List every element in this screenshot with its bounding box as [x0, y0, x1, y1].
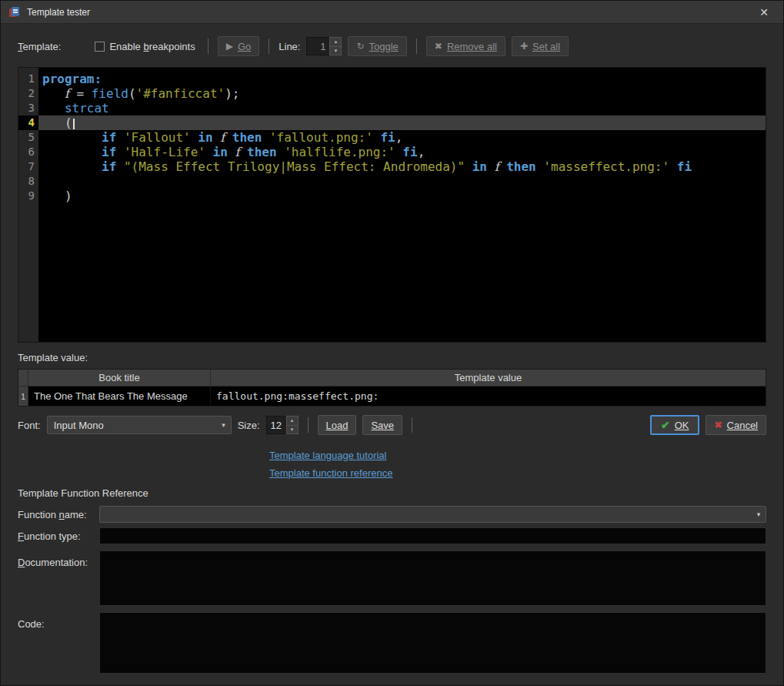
- spin-up-icon: ▲: [333, 39, 338, 44]
- set-all-label: Set all: [532, 41, 560, 52]
- spin-buttons: ▲ ▼: [329, 37, 342, 55]
- spin-down-button[interactable]: ▼: [286, 426, 299, 435]
- line-number[interactable]: 1: [18, 72, 38, 86]
- toolbar-separator: [308, 417, 309, 433]
- editor-line[interactable]: if "(Mass Effect Trilogy|Mass Effect: An…: [38, 159, 766, 174]
- line-number[interactable]: 9: [18, 189, 38, 203]
- checkbox-box: [95, 42, 105, 52]
- code-textarea[interactable]: [99, 612, 766, 674]
- line-number[interactable]: 6: [18, 145, 38, 159]
- font-combobox[interactable]: Input Mono ▾: [47, 416, 232, 434]
- save-button[interactable]: Save: [362, 415, 402, 435]
- spin-down-icon: ▼: [290, 427, 295, 432]
- editor-line[interactable]: program:: [38, 72, 766, 86]
- documentation-row: Documentation:: [18, 550, 766, 606]
- toggle-label: Toggle: [369, 41, 399, 52]
- spin-down-button[interactable]: ▼: [329, 47, 342, 56]
- footer-toolbar: Font: Input Mono ▾ Size: 12 ▲ ▼ Load Sav…: [18, 415, 766, 435]
- template-label: Template:: [18, 41, 61, 52]
- save-label: Save: [371, 420, 394, 431]
- go-button[interactable]: ▶ Go: [218, 36, 260, 56]
- column-header-book-title[interactable]: Book title: [28, 370, 211, 387]
- editor-line[interactable]: ): [38, 189, 766, 203]
- cell-template-value[interactable]: fallout.png:masseffect.png:: [211, 387, 766, 406]
- spin-down-icon: ▼: [333, 49, 338, 53]
- function-type-label: Function type:: [18, 530, 99, 542]
- editor-line[interactable]: if 'Fallout' in f then 'fallout.png:' fi…: [38, 130, 766, 145]
- line-number[interactable]: 3: [18, 101, 38, 115]
- chevron-down-icon: ▾: [217, 421, 231, 429]
- load-label: Load: [326, 420, 349, 431]
- documentation-label: Documentation:: [18, 550, 99, 568]
- font-combobox-value: Input Mono: [48, 420, 217, 431]
- label-part: Function: [18, 509, 58, 520]
- remove-icon: ✖: [435, 42, 442, 51]
- remove-all-button[interactable]: ✖ Remove all: [426, 36, 505, 56]
- editor-line[interactable]: f = field('#fanficcat');: [38, 86, 766, 101]
- template-value-label: Template value:: [18, 352, 766, 363]
- row-number[interactable]: 1: [18, 387, 28, 406]
- window-title: Template tester: [27, 7, 90, 18]
- links-block: Template language tutorial Template func…: [269, 447, 766, 482]
- check-icon: ✔: [661, 420, 670, 430]
- line-number[interactable]: 2: [18, 86, 38, 101]
- size-label: Size:: [238, 420, 260, 431]
- column-header-template-value[interactable]: Template value: [211, 370, 766, 387]
- editor-gutter[interactable]: 123456789: [18, 68, 38, 342]
- spin-up-button[interactable]: ▲: [286, 416, 299, 426]
- enable-breakpoints-label: Enable breakpoints: [109, 41, 195, 52]
- template-tutorial-link[interactable]: Template language tutorial: [269, 447, 387, 464]
- title-bar: Template tester ✕: [1, 1, 783, 24]
- close-button[interactable]: ✕: [752, 1, 776, 24]
- app-icon: [8, 6, 21, 18]
- function-reference-heading: Template Function Reference: [18, 487, 766, 499]
- ok-label: OK: [675, 420, 689, 431]
- enable-breakpoints-checkbox[interactable]: Enable breakpoints: [95, 41, 195, 52]
- cancel-label: Cancel: [727, 420, 758, 431]
- line-label: Line:: [279, 41, 300, 52]
- cell-book-title[interactable]: The One That Bears The Message: [28, 387, 211, 406]
- function-name-combobox[interactable]: ▾: [99, 506, 766, 523]
- line-number[interactable]: 7: [18, 159, 38, 174]
- plus-icon: ✚: [520, 42, 528, 51]
- line-number[interactable]: 4: [18, 115, 38, 130]
- documentation-textarea[interactable]: [99, 550, 766, 606]
- toggle-button[interactable]: ↻ Toggle: [348, 36, 406, 56]
- line-value: 1: [306, 37, 329, 55]
- editor-line[interactable]: [38, 174, 766, 189]
- set-all-button[interactable]: ✚ Set all: [512, 36, 569, 56]
- cancel-button[interactable]: ✖ Cancel: [706, 415, 766, 435]
- editor-line[interactable]: (: [38, 115, 766, 130]
- size-spinbox[interactable]: 12 ▲ ▼: [266, 416, 299, 434]
- label-part-accel: breakpoints: [143, 41, 195, 52]
- function-type-field[interactable]: [99, 527, 766, 544]
- font-label: Font:: [18, 420, 41, 431]
- text-cursor: [73, 119, 75, 129]
- toolbar-separator: [269, 38, 269, 54]
- close-icon: ✕: [759, 6, 769, 18]
- code-row: Code:: [18, 612, 766, 674]
- load-button[interactable]: Load: [318, 415, 357, 435]
- line-spinbox[interactable]: 1 ▲ ▼: [306, 37, 342, 55]
- line-number[interactable]: 8: [18, 174, 38, 189]
- chevron-down-icon: ▾: [752, 510, 766, 518]
- table-header: Book title Template value: [18, 370, 766, 387]
- dialog-content: Template: Enable breakpoints ▶ Go Line: …: [1, 36, 783, 674]
- editor-code[interactable]: program: f = field('#fanficcat'); strcat…: [38, 68, 766, 342]
- toolbar: Template: Enable breakpoints ▶ Go Line: …: [18, 36, 766, 56]
- editor-line[interactable]: strcat: [38, 101, 766, 115]
- template-reference-link[interactable]: Template function reference: [269, 464, 392, 482]
- template-editor[interactable]: 123456789 program: f = field('#fanficcat…: [18, 67, 766, 343]
- editor-line[interactable]: if 'Half-Life' in f then 'halflife.png:'…: [38, 145, 766, 159]
- label-part: Enable: [109, 41, 143, 52]
- remove-all-label: Remove all: [447, 41, 497, 52]
- ok-button[interactable]: ✔ OK: [650, 415, 700, 435]
- table-row[interactable]: 1 The One That Bears The Message fallout…: [18, 387, 766, 406]
- size-value: 12: [266, 416, 286, 434]
- line-number[interactable]: 5: [18, 130, 38, 145]
- spin-up-button[interactable]: ▲: [329, 37, 342, 47]
- go-label: Go: [238, 41, 251, 52]
- table-corner: [18, 370, 28, 387]
- toolbar-separator: [416, 38, 417, 54]
- function-name-row: Function name: ▾: [18, 506, 766, 523]
